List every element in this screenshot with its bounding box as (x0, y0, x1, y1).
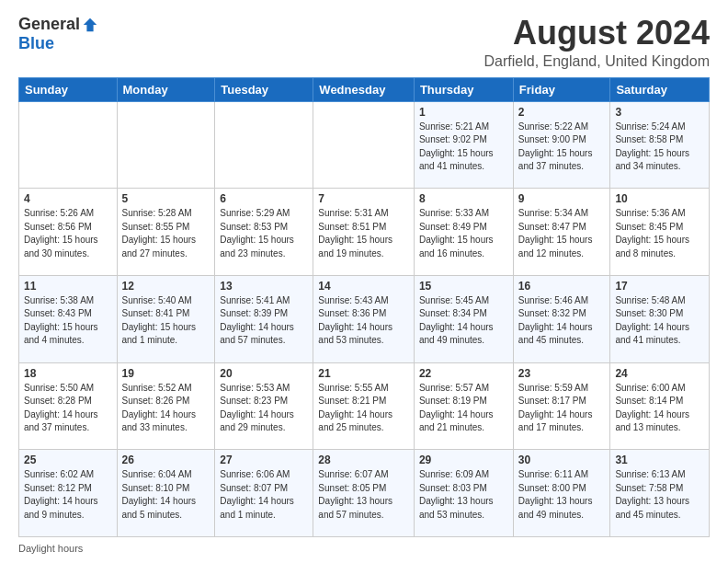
calendar-cell: 29Sunrise: 6:09 AM Sunset: 8:03 PM Dayli… (414, 450, 513, 537)
day-number: 24 (615, 367, 704, 380)
location: Darfield, England, United Kingdom (484, 53, 710, 70)
col-thursday: Thursday (414, 77, 513, 101)
col-friday: Friday (513, 77, 610, 101)
day-number: 4 (24, 192, 112, 205)
day-info: Sunrise: 5:46 AM Sunset: 8:32 PM Dayligh… (518, 294, 606, 348)
calendar-cell: 25Sunrise: 6:02 AM Sunset: 8:12 PM Dayli… (19, 450, 118, 537)
day-number: 16 (518, 280, 606, 293)
header: General Blue August 2024 Darfield, Engla… (18, 15, 710, 70)
calendar-cell: 3Sunrise: 5:24 AM Sunset: 8:58 PM Daylig… (610, 101, 710, 189)
col-saturday: Saturday (610, 77, 710, 101)
calendar-cell: 11Sunrise: 5:38 AM Sunset: 8:43 PM Dayli… (19, 275, 118, 362)
day-number: 9 (518, 192, 606, 205)
logo-blue: Blue (18, 34, 54, 53)
title-block: August 2024 Darfield, England, United Ki… (484, 15, 710, 70)
calendar-cell (117, 101, 215, 189)
calendar-cell: 10Sunrise: 5:36 AM Sunset: 8:45 PM Dayli… (610, 189, 710, 276)
logo-general: General (18, 15, 80, 34)
calendar-cell: 30Sunrise: 6:11 AM Sunset: 8:00 PM Dayli… (513, 450, 610, 537)
day-number: 23 (518, 367, 606, 380)
day-info: Sunrise: 5:21 AM Sunset: 9:02 PM Dayligh… (419, 121, 508, 174)
day-info: Sunrise: 5:41 AM Sunset: 8:39 PM Dayligh… (220, 294, 308, 348)
day-number: 1 (419, 106, 508, 119)
day-number: 11 (24, 280, 112, 293)
day-info: Sunrise: 5:36 AM Sunset: 8:45 PM Dayligh… (615, 207, 704, 260)
day-number: 7 (318, 192, 409, 205)
col-tuesday: Tuesday (215, 77, 313, 101)
day-info: Sunrise: 5:52 AM Sunset: 8:26 PM Dayligh… (122, 382, 210, 435)
day-number: 25 (24, 454, 112, 466)
day-number: 20 (220, 367, 308, 380)
day-info: Sunrise: 5:29 AM Sunset: 8:53 PM Dayligh… (220, 207, 308, 260)
calendar-cell (215, 101, 313, 189)
day-number: 14 (318, 280, 409, 293)
calendar-cell: 12Sunrise: 5:40 AM Sunset: 8:41 PM Dayli… (117, 275, 215, 362)
day-number: 29 (419, 454, 508, 466)
day-info: Sunrise: 5:57 AM Sunset: 8:19 PM Dayligh… (419, 382, 508, 435)
day-info: Sunrise: 6:06 AM Sunset: 8:07 PM Dayligh… (220, 468, 308, 522)
calendar-cell: 6Sunrise: 5:29 AM Sunset: 8:53 PM Daylig… (215, 189, 313, 276)
day-info: Sunrise: 5:55 AM Sunset: 8:21 PM Dayligh… (318, 382, 409, 435)
day-info: Sunrise: 5:53 AM Sunset: 8:23 PM Dayligh… (220, 382, 308, 435)
calendar-cell: 18Sunrise: 5:50 AM Sunset: 8:28 PM Dayli… (19, 362, 118, 450)
calendar-cell: 23Sunrise: 5:59 AM Sunset: 8:17 PM Dayli… (513, 362, 610, 450)
day-info: Sunrise: 5:48 AM Sunset: 8:30 PM Dayligh… (615, 294, 704, 348)
calendar-cell (19, 101, 118, 189)
calendar-cell: 20Sunrise: 5:53 AM Sunset: 8:23 PM Dayli… (215, 362, 313, 450)
calendar-cell: 13Sunrise: 5:41 AM Sunset: 8:39 PM Dayli… (215, 275, 313, 362)
calendar-cell: 16Sunrise: 5:46 AM Sunset: 8:32 PM Dayli… (513, 275, 610, 362)
calendar-cell: 26Sunrise: 6:04 AM Sunset: 8:10 PM Dayli… (117, 450, 215, 537)
calendar-cell: 22Sunrise: 5:57 AM Sunset: 8:19 PM Dayli… (414, 362, 513, 450)
day-info: Sunrise: 6:13 AM Sunset: 7:58 PM Dayligh… (615, 468, 704, 522)
day-number: 10 (615, 192, 704, 205)
day-info: Sunrise: 5:45 AM Sunset: 8:34 PM Dayligh… (419, 294, 508, 348)
day-info: Sunrise: 5:50 AM Sunset: 8:28 PM Dayligh… (24, 382, 112, 435)
day-info: Sunrise: 5:40 AM Sunset: 8:41 PM Dayligh… (122, 294, 210, 348)
day-number: 12 (122, 280, 210, 293)
week-row-0: 1Sunrise: 5:21 AM Sunset: 9:02 PM Daylig… (19, 101, 710, 189)
footer: Daylight hours (18, 543, 710, 554)
calendar-cell: 1Sunrise: 5:21 AM Sunset: 9:02 PM Daylig… (414, 101, 513, 189)
calendar-cell: 7Sunrise: 5:31 AM Sunset: 8:51 PM Daylig… (313, 189, 415, 276)
day-number: 28 (318, 454, 409, 466)
calendar-cell: 4Sunrise: 5:26 AM Sunset: 8:56 PM Daylig… (19, 189, 118, 276)
day-number: 21 (318, 367, 409, 380)
day-number: 18 (24, 367, 112, 380)
calendar-cell: 17Sunrise: 5:48 AM Sunset: 8:30 PM Dayli… (610, 275, 710, 362)
calendar-cell: 14Sunrise: 5:43 AM Sunset: 8:36 PM Dayli… (313, 275, 415, 362)
day-number: 31 (615, 454, 704, 466)
svg-marker-0 (84, 17, 97, 30)
calendar-cell: 8Sunrise: 5:33 AM Sunset: 8:49 PM Daylig… (414, 189, 513, 276)
day-number: 13 (220, 280, 308, 293)
calendar-cell: 5Sunrise: 5:28 AM Sunset: 8:55 PM Daylig… (117, 189, 215, 276)
calendar-cell: 24Sunrise: 6:00 AM Sunset: 8:14 PM Dayli… (610, 362, 710, 450)
day-info: Sunrise: 6:04 AM Sunset: 8:10 PM Dayligh… (122, 468, 210, 522)
calendar-cell: 28Sunrise: 6:07 AM Sunset: 8:05 PM Dayli… (313, 450, 415, 537)
calendar-cell: 27Sunrise: 6:06 AM Sunset: 8:07 PM Dayli… (215, 450, 313, 537)
calendar-cell: 15Sunrise: 5:45 AM Sunset: 8:34 PM Dayli… (414, 275, 513, 362)
day-number: 8 (419, 192, 508, 205)
month-title: August 2024 (484, 15, 710, 52)
calendar-cell: 9Sunrise: 5:34 AM Sunset: 8:47 PM Daylig… (513, 189, 610, 276)
calendar-cell: 21Sunrise: 5:55 AM Sunset: 8:21 PM Dayli… (313, 362, 415, 450)
logo-icon (82, 17, 98, 33)
day-number: 6 (220, 192, 308, 205)
day-info: Sunrise: 6:02 AM Sunset: 8:12 PM Dayligh… (24, 468, 112, 522)
week-row-2: 11Sunrise: 5:38 AM Sunset: 8:43 PM Dayli… (19, 275, 710, 362)
logo-text: General (18, 15, 98, 34)
day-number: 5 (122, 192, 210, 205)
day-number: 17 (615, 280, 704, 293)
day-number: 15 (419, 280, 508, 293)
day-info: Sunrise: 5:33 AM Sunset: 8:49 PM Dayligh… (419, 207, 508, 260)
day-number: 26 (122, 454, 210, 466)
day-number: 30 (518, 454, 606, 466)
day-info: Sunrise: 5:26 AM Sunset: 8:56 PM Dayligh… (24, 207, 112, 260)
day-number: 22 (419, 367, 508, 380)
day-info: Sunrise: 6:07 AM Sunset: 8:05 PM Dayligh… (318, 468, 409, 522)
day-info: Sunrise: 5:22 AM Sunset: 9:00 PM Dayligh… (518, 121, 606, 174)
day-info: Sunrise: 6:09 AM Sunset: 8:03 PM Dayligh… (419, 468, 508, 522)
calendar-table: Sunday Monday Tuesday Wednesday Thursday… (18, 77, 710, 537)
col-wednesday: Wednesday (313, 77, 415, 101)
calendar-cell: 19Sunrise: 5:52 AM Sunset: 8:26 PM Dayli… (117, 362, 215, 450)
day-info: Sunrise: 5:34 AM Sunset: 8:47 PM Dayligh… (518, 207, 606, 260)
